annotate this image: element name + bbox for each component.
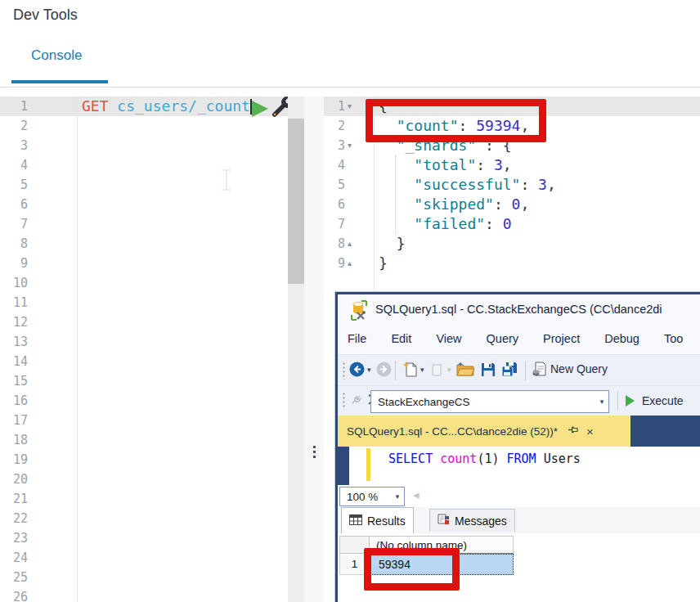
request-gutter-border xyxy=(77,97,78,602)
toolbar-grip-icon[interactable] xyxy=(342,362,347,380)
ssms-menu-too[interactable]: Too xyxy=(664,332,683,345)
sql-query-text[interactable]: SELECT count(1) FROM Users xyxy=(388,451,581,467)
back-dropdown-icon[interactable]: ▾ xyxy=(367,366,371,374)
line-number: 5 xyxy=(0,175,28,195)
new-query-button[interactable]: New Query xyxy=(550,362,608,375)
gutter-row: 1▾ xyxy=(324,97,361,116)
panel-resizer[interactable] xyxy=(304,97,324,602)
ssms-window-title: SQLQuery1.sql - CC.StackExchangeCS (CC\d… xyxy=(375,303,662,316)
new-file-icon[interactable] xyxy=(402,361,418,381)
line-number: 11 xyxy=(0,293,28,312)
add-item-icon xyxy=(430,362,445,380)
gutter-row: 7 xyxy=(324,214,361,234)
line-number: 1 xyxy=(0,97,28,116)
ssms-menu-query[interactable]: Query xyxy=(487,332,519,345)
gutter-row: 5 xyxy=(324,175,361,195)
gutter-row: 3▾ xyxy=(324,136,361,155)
execute-play-icon[interactable] xyxy=(626,395,635,407)
line-number: 22 xyxy=(0,509,28,528)
fold-toggle-icon[interactable]: ▾ xyxy=(345,97,361,116)
document-tab-sqlquery1[interactable]: SQLQuery1.sql - CC...CC\dance2die (52))*… xyxy=(338,416,630,447)
ssms-app-icon xyxy=(349,299,369,325)
line-number: 16 xyxy=(0,391,28,411)
ssms-menu-debug[interactable]: Debug xyxy=(604,332,639,345)
new-query-icon[interactable] xyxy=(532,362,546,380)
line-number: 10 xyxy=(0,273,28,293)
line-number: 9 xyxy=(324,254,345,273)
document-tab-label: SQLQuery1.sql - CC...CC\dance2die (52))* xyxy=(338,425,558,438)
tab-messages-label: Messages xyxy=(455,514,507,528)
response-line-numbers: 1▾23▾45678▴9▴ xyxy=(324,97,361,273)
line-number: 8 xyxy=(324,234,345,254)
line-number: 6 xyxy=(324,195,345,214)
annotation-box-grid-count xyxy=(364,548,460,591)
gutter-row: 2 xyxy=(324,116,361,136)
fold-toggle-icon[interactable]: ▴ xyxy=(345,254,361,273)
line-number: 13 xyxy=(0,332,28,352)
editor-status-row: 100 % ▾ ◂ xyxy=(338,485,700,507)
line-number: 8 xyxy=(0,234,28,254)
line-number: 21 xyxy=(0,489,28,509)
line-number: 5 xyxy=(324,175,345,195)
fold-toggle-icon[interactable]: ▾ xyxy=(345,136,361,155)
line-number: 6 xyxy=(0,195,28,214)
code-line: "total": 3, xyxy=(379,155,556,175)
close-icon[interactable]: × xyxy=(586,425,594,438)
toolbar-separator xyxy=(525,361,526,380)
gutter-row: 4 xyxy=(324,155,361,175)
gutter-row: 9▴ xyxy=(324,254,361,273)
results-tab-strip: Results Messages xyxy=(338,507,700,533)
code-line: } xyxy=(379,234,556,254)
tab-console[interactable]: Console xyxy=(31,47,82,64)
sql-editor-frame: SELECT count(1) FROM Users xyxy=(338,447,700,485)
line-number: 3 xyxy=(0,136,28,155)
ssms-document-tab-well: SQLQuery1.sql - CC...CC\dance2die (52))*… xyxy=(338,416,700,447)
save-icon[interactable] xyxy=(481,362,496,380)
zoom-level-value: 100 % xyxy=(340,491,391,503)
request-editor[interactable]: GET cs_users/_count xyxy=(82,97,250,116)
line-number: 7 xyxy=(0,214,28,234)
page-title: Dev Tools xyxy=(13,7,78,24)
request-line-1[interactable]: GET cs_users/_count xyxy=(82,97,250,116)
send-request-play-icon[interactable] xyxy=(252,101,268,117)
chevron-down-icon[interactable]: ▾ xyxy=(595,398,608,406)
zoom-selector[interactable]: 100 % ▾ xyxy=(339,487,405,506)
line-number: 20 xyxy=(0,469,28,489)
tab-results[interactable]: Results xyxy=(341,507,414,533)
pin-icon[interactable] xyxy=(568,424,578,438)
toolbar-grip-icon[interactable] xyxy=(342,392,347,410)
line-number: 14 xyxy=(0,352,28,371)
navigate-back-icon[interactable] xyxy=(349,362,365,380)
execute-button[interactable]: Execute xyxy=(642,394,684,407)
code-token: GET xyxy=(82,97,117,115)
ssms-menu-project[interactable]: Project xyxy=(543,332,580,345)
connect-icon xyxy=(350,393,363,409)
line-number: 2 xyxy=(0,116,28,136)
database-selector-value: StackExchangeCS xyxy=(371,396,595,408)
changed-line-bar xyxy=(366,448,370,481)
line-number: 9 xyxy=(0,254,28,273)
scroll-left-icon[interactable]: ◂ xyxy=(413,487,420,502)
line-number: 4 xyxy=(324,155,345,175)
database-selector[interactable]: StackExchangeCS ▾ xyxy=(370,390,609,413)
ssms-menu-file[interactable]: File xyxy=(348,332,366,345)
line-number: 18 xyxy=(0,430,28,450)
toolbar-separator xyxy=(617,391,618,411)
fold-toggle-icon[interactable]: ▴ xyxy=(345,234,361,254)
request-line-numbers: 1234567891011121314151617181920212223242… xyxy=(0,97,28,602)
ssms-menu-view[interactable]: View xyxy=(436,332,461,345)
new-file-dropdown-icon[interactable]: ▾ xyxy=(420,366,424,374)
ssms-menu-edit[interactable]: Edit xyxy=(391,332,411,345)
tab-messages[interactable]: Messages xyxy=(429,509,515,532)
code-token: SELECT xyxy=(388,452,440,466)
line-number: 17 xyxy=(0,411,28,430)
open-folder-icon[interactable] xyxy=(456,362,475,380)
code-token: cs_users/_count xyxy=(117,97,250,115)
tab-console-underline xyxy=(11,80,108,83)
request-scrollbar-thumb[interactable] xyxy=(288,119,304,284)
chevron-down-icon[interactable]: ▾ xyxy=(391,492,404,501)
line-number: 23 xyxy=(0,528,28,548)
save-all-icon[interactable] xyxy=(501,362,518,380)
screen: Dev Tools Console 1234567891011121314151… xyxy=(0,0,700,602)
annotation-box-json-count xyxy=(366,99,546,142)
